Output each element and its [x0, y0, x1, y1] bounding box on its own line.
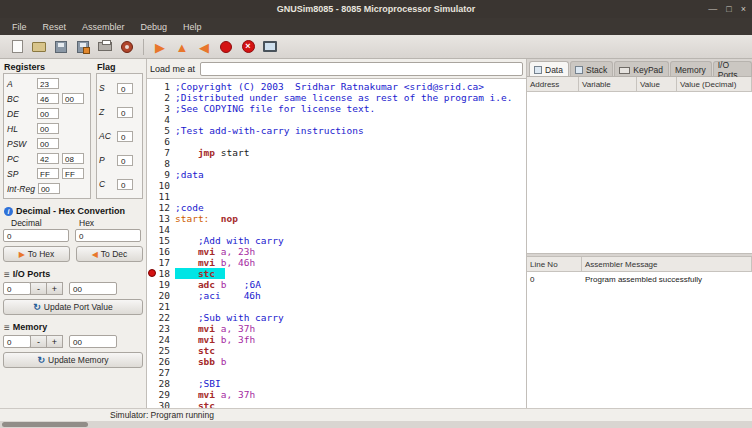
code-line-23[interactable]: 23 mvi a, 37h: [147, 323, 526, 334]
port-increment-button[interactable]: +: [46, 282, 63, 295]
to-dec-button[interactable]: ◀ To Dec: [76, 246, 143, 262]
run-icon[interactable]: [171, 37, 193, 57]
gutter-margin[interactable]: [147, 378, 158, 389]
gutter-margin[interactable]: [147, 114, 158, 125]
code-line-1[interactable]: 1;Copyright (C) 2003 Sridhar Ratnakumar …: [147, 81, 526, 92]
gutter-margin[interactable]: [147, 367, 158, 378]
flag-Z-value[interactable]: 0: [117, 107, 133, 118]
code-line-30[interactable]: 30 stc: [147, 400, 526, 408]
gutter-margin[interactable]: [147, 400, 158, 408]
code-line-17[interactable]: 17 mvi b, 46h: [147, 257, 526, 268]
gutter-margin[interactable]: [147, 180, 158, 191]
code-line-13[interactable]: 13start: nop: [147, 213, 526, 224]
code-line-11[interactable]: 11: [147, 191, 526, 202]
step-icon[interactable]: [149, 37, 171, 57]
step-back-icon[interactable]: [193, 37, 215, 57]
code-line-16[interactable]: 16 mvi a, 23h: [147, 246, 526, 257]
menu-assembler[interactable]: Assembler: [74, 20, 133, 34]
tab-i-o-ports[interactable]: I/O Ports: [713, 61, 752, 76]
data-column-header[interactable]: Variable: [579, 77, 637, 91]
new-file-icon[interactable]: [6, 37, 28, 57]
close-button[interactable]: ×: [741, 5, 746, 14]
gutter-margin[interactable]: [147, 202, 158, 213]
code-editor[interactable]: 1;Copyright (C) 2003 Sridhar Ratnakumar …: [147, 78, 526, 408]
gutter-margin[interactable]: [147, 246, 158, 257]
gutter-margin[interactable]: [147, 136, 158, 147]
gutter-margin[interactable]: [147, 334, 158, 345]
register-A-value-0[interactable]: 23: [37, 78, 59, 89]
tab-keypad[interactable]: KeyPad: [614, 61, 669, 76]
port-value-input[interactable]: 00: [69, 282, 117, 295]
minimize-button[interactable]: —: [708, 5, 717, 14]
code-line-6[interactable]: 6: [147, 136, 526, 147]
assemble-icon[interactable]: [116, 37, 138, 57]
gutter-margin[interactable]: [147, 257, 158, 268]
register-SP-value-1[interactable]: FF: [62, 168, 84, 179]
code-line-21[interactable]: 21: [147, 301, 526, 312]
code-line-10[interactable]: 10: [147, 180, 526, 191]
memory-increment-button[interactable]: +: [46, 335, 63, 348]
save-as-icon[interactable]: [72, 37, 94, 57]
code-line-29[interactable]: 29 mvi a, 37h: [147, 389, 526, 400]
flag-AC-value[interactable]: 0: [117, 131, 133, 142]
to-hex-button[interactable]: ▶ To Hex: [3, 246, 70, 262]
register-SP-value-0[interactable]: FF: [37, 168, 59, 179]
register-Int-Reg-value-0[interactable]: 00: [38, 183, 60, 194]
data-column-header[interactable]: Address: [527, 77, 579, 91]
register-BC-value-0[interactable]: 46: [37, 93, 59, 104]
gutter-margin[interactable]: [147, 125, 158, 136]
gutter-margin[interactable]: [147, 235, 158, 246]
gutter-margin[interactable]: [147, 81, 158, 92]
tab-stack[interactable]: Stack: [570, 61, 613, 76]
open-icon[interactable]: [28, 37, 50, 57]
code-line-25[interactable]: 25 stc: [147, 345, 526, 356]
save-icon[interactable]: [50, 37, 72, 57]
gutter-margin[interactable]: [147, 279, 158, 290]
code-line-15[interactable]: 15 ;Add with carry: [147, 235, 526, 246]
set-breakpoint-icon[interactable]: [215, 37, 237, 57]
gutter-margin[interactable]: [147, 312, 158, 323]
code-line-26[interactable]: 26 sbb b: [147, 356, 526, 367]
memory-address-input[interactable]: 0: [3, 335, 31, 348]
code-line-27[interactable]: 27: [147, 367, 526, 378]
code-line-3[interactable]: 3;See COPYING file for license text.: [147, 103, 526, 114]
code-line-28[interactable]: 28 ;SBI: [147, 378, 526, 389]
memory-value-input[interactable]: 00: [69, 335, 117, 348]
gutter-margin[interactable]: [147, 103, 158, 114]
gutter-margin[interactable]: [147, 92, 158, 103]
menu-debug[interactable]: Debug: [133, 20, 176, 34]
code-line-12[interactable]: 12;code: [147, 202, 526, 213]
register-DE-value-0[interactable]: 00: [37, 108, 59, 119]
memory-decrement-button[interactable]: -: [30, 335, 47, 348]
gutter-margin[interactable]: [147, 158, 158, 169]
code-line-5[interactable]: 5;Test add-with-carry instructions: [147, 125, 526, 136]
tab-data[interactable]: Data: [529, 61, 569, 76]
decimal-input[interactable]: 0: [3, 229, 69, 242]
code-line-4[interactable]: 4: [147, 114, 526, 125]
register-PC-value-1[interactable]: 08: [62, 153, 84, 164]
gutter-margin[interactable]: [147, 147, 158, 158]
data-table-body[interactable]: [527, 92, 752, 253]
gutter-margin[interactable]: [147, 169, 158, 180]
breakpoint-marker[interactable]: [147, 268, 158, 279]
code-line-24[interactable]: 24 mvi b, 3fh: [147, 334, 526, 345]
register-HL-value-0[interactable]: 00: [37, 123, 59, 134]
port-address-input[interactable]: 0: [3, 282, 31, 295]
load-me-at-input[interactable]: [200, 62, 523, 76]
title-bar[interactable]: GNUSim8085 - 8085 Microprocessor Simulat…: [0, 0, 752, 18]
clear-breakpoint-icon[interactable]: [237, 37, 259, 57]
register-PSW-value-0[interactable]: 00: [37, 138, 59, 149]
code-line-19[interactable]: 19 adc b ;6A: [147, 279, 526, 290]
flag-C-value[interactable]: 0: [117, 179, 133, 190]
hex-input[interactable]: 0: [75, 229, 141, 242]
gutter-margin[interactable]: [147, 323, 158, 334]
assembler-message-row[interactable]: 0Program assembled successfully: [527, 272, 752, 286]
code-line-2[interactable]: 2;Distributed under same license as rest…: [147, 92, 526, 103]
code-line-22[interactable]: 22 ;Sub with carry: [147, 312, 526, 323]
maximize-button[interactable]: □: [726, 5, 731, 14]
tab-memory[interactable]: Memory: [670, 61, 712, 76]
code-line-14[interactable]: 14: [147, 224, 526, 235]
menu-reset[interactable]: Reset: [35, 20, 75, 34]
show-keypad-icon[interactable]: [259, 37, 281, 57]
menu-help[interactable]: Help: [175, 20, 210, 34]
